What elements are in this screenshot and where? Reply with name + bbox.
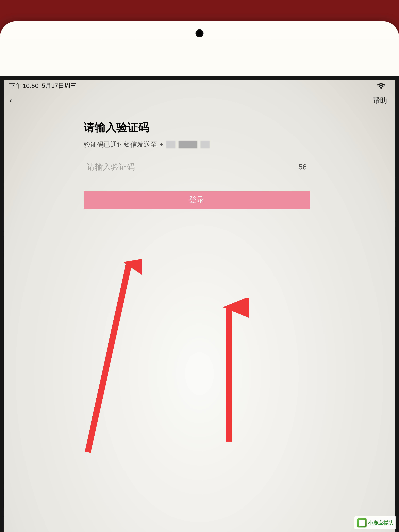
- nav-bar: ‹ 帮助: [4, 92, 395, 107]
- redacted-phone-number: [166, 141, 210, 148]
- login-button[interactable]: 登录: [84, 190, 310, 209]
- verification-form: 请输入验证码 验证码已通过短信发送至 + 56 登录: [4, 107, 395, 209]
- watermark: 小鹿应援队: [354, 516, 396, 529]
- phone-prefix: +: [160, 141, 164, 148]
- screen: 下午 10:50 5月17日周三 ‹ 帮助 请输入验证码 验证码已通过短信发送至…: [0, 76, 399, 532]
- watermark-text: 小鹿应援队: [368, 519, 393, 526]
- svg-line-0: [88, 263, 129, 452]
- annotation-arrow-icon: [209, 298, 249, 447]
- wifi-icon: [376, 82, 386, 91]
- verification-code-input[interactable]: [87, 162, 241, 171]
- status-bar: 下午 10:50 5月17日周三: [4, 80, 395, 92]
- status-date: 5月17日周三: [42, 82, 76, 90]
- page-title: 请输入验证码: [84, 120, 310, 135]
- code-input-row: 56: [84, 162, 310, 175]
- status-time: 10:50: [23, 82, 38, 89]
- annotation-arrow-icon: [73, 253, 142, 457]
- front-camera: [196, 29, 203, 37]
- watermark-logo-icon: [357, 518, 367, 527]
- resend-countdown: 56: [298, 163, 307, 171]
- back-button[interactable]: ‹: [9, 96, 12, 106]
- help-link[interactable]: 帮助: [373, 96, 387, 106]
- subtitle-text: 验证码已通过短信发送至: [84, 140, 157, 149]
- subtitle-row: 验证码已通过短信发送至 +: [84, 140, 310, 149]
- status-time-prefix: 下午: [9, 82, 22, 90]
